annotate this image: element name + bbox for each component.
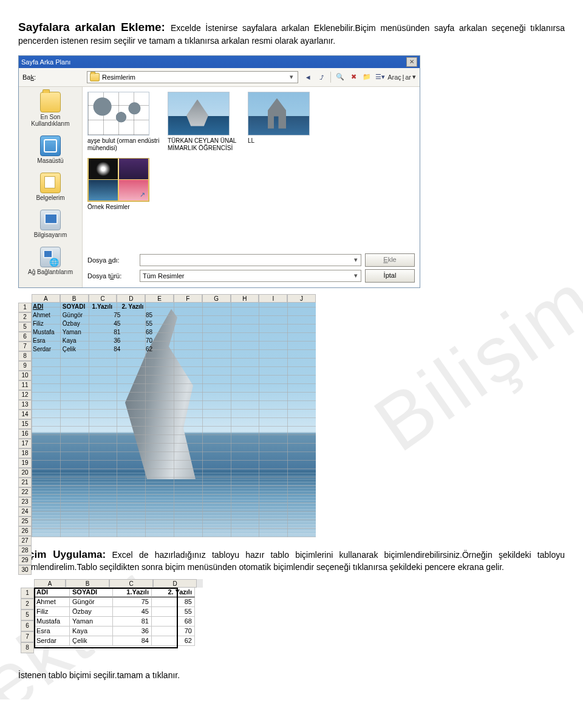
up-icon[interactable]: ⭜ (315, 71, 327, 83)
row-header[interactable]: 28 (18, 546, 32, 555)
col-header[interactable]: B (60, 294, 89, 303)
cell[interactable]: SOYADI (61, 303, 91, 311)
row-header[interactable]: 6 (18, 332, 32, 342)
file-area[interactable]: ayşe bulut (orman endüstri mühendisi)TÜR… (83, 87, 420, 287)
cell[interactable]: 36 (113, 627, 152, 636)
cell[interactable]: 55 (123, 320, 155, 328)
views-icon[interactable]: ☰▾ (374, 71, 386, 83)
tools-menu[interactable]: Araçlar ▾ (387, 73, 416, 81)
newfolder-icon[interactable]: 📁 (361, 71, 373, 83)
sheet-row[interactable]: EsraKaya3670 (32, 337, 155, 345)
row-header[interactable]: 18 (18, 448, 32, 458)
place-docs[interactable]: Belgelerim (20, 170, 81, 206)
row-header[interactable]: 5 (21, 610, 34, 620)
row-header[interactable]: 22 (18, 487, 32, 497)
cell[interactable]: 81 (113, 617, 152, 627)
row-header[interactable]: 13 (18, 400, 32, 410)
row-header[interactable]: 9 (18, 361, 32, 371)
delete-icon[interactable]: ✖ (347, 71, 360, 83)
row-header[interactable]: 20 (18, 468, 32, 478)
cell[interactable]: 2. Yazılı (152, 588, 195, 597)
cell[interactable]: 45 (91, 320, 123, 328)
sheet-colhdr[interactable]: ABCDEFGHIJ (32, 294, 316, 303)
lookin-combo[interactable]: Resimlerim ▾ (87, 71, 298, 83)
col-header[interactable]: C (89, 294, 117, 303)
cell[interactable]: Ahmet (32, 311, 61, 320)
table-row[interactable]: FilizÖzbay4555 (34, 607, 195, 617)
sheet-row[interactable]: MustafaYaman8168 (32, 328, 155, 337)
row-header[interactable]: 23 (18, 497, 32, 507)
row-header[interactable]: 26 (18, 526, 32, 536)
row-header[interactable]: 17 (18, 439, 32, 448)
cell[interactable]: 68 (152, 617, 195, 627)
insert-button[interactable]: Ekle (365, 253, 415, 267)
cell[interactable]: 81 (91, 328, 123, 337)
row-header[interactable]: 7 (21, 631, 34, 642)
col-header[interactable]: J (287, 294, 316, 303)
col-header[interactable]: G (202, 294, 231, 303)
chevron-down-icon[interactable]: ▾ (352, 272, 360, 280)
sheet-row[interactable]: SerdarÇelik8462 (32, 345, 155, 354)
search-icon[interactable]: 🔍 (334, 71, 346, 83)
filetype-combo[interactable]: Tüm Resimler ▾ (140, 270, 361, 282)
row-header[interactable]: 25 (18, 517, 32, 526)
cell[interactable]: 75 (113, 597, 152, 607)
row-header[interactable]: 16 (18, 429, 32, 439)
cell[interactable]: 75 (91, 311, 123, 320)
row-header[interactable]: 1 (21, 588, 34, 599)
file-item[interactable]: LL (248, 92, 321, 152)
cell[interactable]: 62 (152, 636, 195, 646)
cell[interactable]: 84 (91, 345, 123, 354)
row-header[interactable]: 15 (18, 419, 32, 429)
dialog-titlebar[interactable]: Sayfa Arka Planı ✕ (19, 56, 420, 68)
cell[interactable]: SOYADI (70, 588, 113, 597)
file-item[interactable]: ayşe bulut (orman endüstri mühendisi) (87, 92, 160, 152)
cell[interactable]: Esra (32, 337, 61, 345)
cell[interactable]: 70 (152, 627, 195, 636)
small-colhdr[interactable]: ABCD (34, 579, 203, 588)
sheet-row[interactable]: AhmetGüngör7585 (32, 311, 155, 320)
cell[interactable]: Ahmet (34, 597, 70, 607)
cell[interactable]: Çelik (61, 345, 91, 354)
row-header[interactable]: 2 (21, 599, 34, 610)
row-header[interactable]: 5 (18, 322, 32, 332)
table-row[interactable]: SerdarÇelik8462 (34, 636, 195, 646)
cell[interactable]: Yaman (70, 617, 113, 627)
cell[interactable]: Esra (34, 627, 70, 636)
cell[interactable]: 45 (113, 607, 152, 617)
sheet-rowhdr[interactable]: 1256789101112131415161718192021222324252… (18, 303, 32, 575)
place-pc[interactable]: Bilgisayarım (20, 207, 81, 243)
row-header[interactable]: 21 (18, 478, 32, 487)
place-desk[interactable]: Masaüstü (20, 133, 81, 169)
col-header[interactable]: F (174, 294, 202, 303)
cell[interactable]: Serdar (32, 345, 61, 354)
sheet-row[interactable]: FilizÖzbay4555 (32, 320, 155, 328)
cell[interactable]: 2. Yazılı (120, 303, 150, 311)
col-header[interactable]: E (145, 294, 174, 303)
row-header[interactable]: 11 (18, 380, 32, 390)
chevron-down-icon[interactable]: ▾ (288, 73, 295, 81)
table-row[interactable]: EsraKaya3670 (34, 627, 195, 636)
filename-input[interactable]: ▾ (140, 254, 361, 266)
row-header[interactable]: 8 (18, 351, 32, 361)
file-item[interactable]: TÜRKAN CEYLAN ÜNAL MİMARLIK ÖĞRENCİSİ (168, 92, 240, 152)
cell[interactable]: Özbay (61, 320, 91, 328)
row-header[interactable]: 29 (18, 555, 32, 565)
cell[interactable]: Güngör (70, 597, 113, 607)
row-header[interactable]: 8 (21, 642, 34, 653)
cell[interactable]: 1.Yazılı (113, 588, 152, 597)
cell[interactable]: 85 (123, 311, 155, 320)
cell[interactable]: 55 (152, 607, 195, 617)
col-header[interactable]: A (34, 579, 66, 588)
table-row[interactable]: AhmetGüngör7585 (34, 597, 195, 607)
row-header[interactable]: 14 (18, 410, 32, 419)
row-header[interactable]: 27 (18, 536, 32, 546)
row-header[interactable]: 7 (18, 342, 32, 351)
cell[interactable]: Yaman (61, 328, 91, 337)
cell[interactable]: ADI (32, 303, 61, 311)
row-header[interactable]: 12 (18, 390, 32, 400)
place-folder[interactable]: En Son Kullandıklarım (20, 89, 81, 132)
cell[interactable]: Özbay (70, 607, 113, 617)
close-icon[interactable]: ✕ (406, 57, 417, 67)
cell[interactable]: Filiz (34, 607, 70, 617)
